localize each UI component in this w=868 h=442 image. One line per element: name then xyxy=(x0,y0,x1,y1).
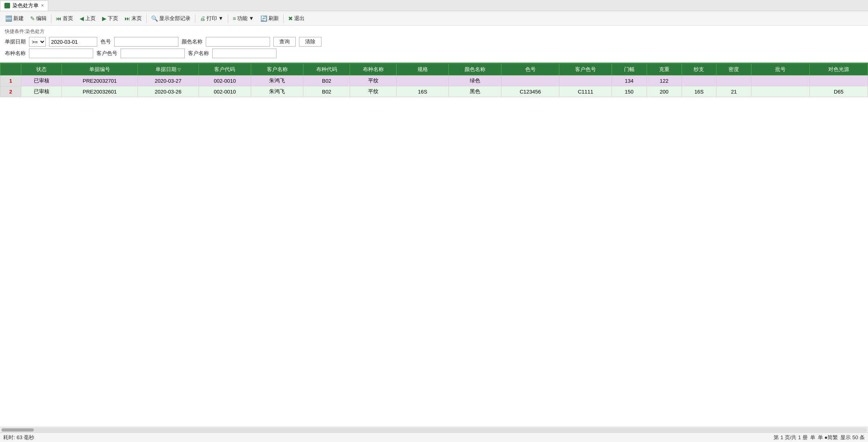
scrollbar-area[interactable] xyxy=(0,427,868,432)
cell-doorWidth: 150 xyxy=(612,86,647,97)
exit-label: 退出 xyxy=(294,15,305,22)
cell-weight: 200 xyxy=(647,86,682,97)
col-weight[interactable]: 克重 xyxy=(647,64,682,75)
cell-colorSource: D65 xyxy=(810,86,868,97)
col-fabric-name[interactable]: 布种名称 xyxy=(350,64,397,75)
customer-name-input[interactable] xyxy=(212,49,276,58)
cell-orderDate: 2020-03-26 xyxy=(137,86,199,97)
col-customer-name[interactable]: 客户名称 xyxy=(251,64,303,75)
cell-status: 已审核 xyxy=(21,86,62,97)
col-color-name[interactable]: 颜色名称 xyxy=(449,64,501,75)
refresh-button[interactable]: 🔄 刷新 xyxy=(258,14,282,23)
last-page-label: 末页 xyxy=(131,15,142,22)
cell-yarnCount xyxy=(682,75,717,86)
separator-3 xyxy=(195,14,195,23)
print-icon: 🖨 xyxy=(200,15,205,22)
cell-customerCode: 002-0010 xyxy=(199,75,251,86)
date-value-input[interactable] xyxy=(49,37,97,47)
show-all-button[interactable]: 🔍 显示全部记录 xyxy=(148,14,193,23)
cell-customerName: 朱鸿飞 xyxy=(251,75,303,86)
display-mode: 单 ●简繁 xyxy=(818,434,838,441)
col-status[interactable]: 状态 xyxy=(21,64,62,75)
col-spec[interactable]: 规格 xyxy=(397,64,449,75)
col-batch-no[interactable]: 批号 xyxy=(751,64,810,75)
cell-batchNo xyxy=(751,86,810,97)
title-tab[interactable]: 染色处方单 × xyxy=(0,0,48,11)
refresh-icon: 🔄 xyxy=(260,15,267,22)
table-row[interactable]: 1已审核PRE200327012020-03-27002-0010朱鸿飞B02平… xyxy=(0,75,868,86)
func-button[interactable]: ≡ 功能 ▼ xyxy=(230,14,257,23)
date-op-select[interactable]: >= <= = > < xyxy=(29,37,46,47)
func-dropdown-icon: ▼ xyxy=(249,15,254,21)
func-icon: ≡ xyxy=(233,15,236,22)
color-code-input[interactable] xyxy=(114,37,178,47)
cell-colorName: 黑色 xyxy=(449,86,501,97)
cell-customerName: 朱鸿飞 xyxy=(251,86,303,97)
exit-icon: ✖ xyxy=(288,15,293,22)
col-customer-color-code[interactable]: 客户色号 xyxy=(559,64,612,75)
cell-doorWidth: 134 xyxy=(612,75,647,86)
cell-customerCode: 002-0010 xyxy=(199,86,251,97)
status-time: 耗时: 63 毫秒 xyxy=(3,434,34,441)
next-page-button[interactable]: ▶ 下页 xyxy=(99,14,121,23)
cell-status: 已审核 xyxy=(21,75,62,86)
table-header-row: 状态 单据编号 单据日期 客户代码 客户名称 布种代码 布种名称 规格 颜色名称… xyxy=(0,64,868,75)
col-density[interactable]: 密度 xyxy=(717,64,751,75)
tab-icon xyxy=(4,3,10,8)
col-yarn-count[interactable]: 纱支 xyxy=(682,64,717,75)
new-button[interactable]: 🆕 新建 xyxy=(2,14,27,23)
cell-fabricName: 平纹 xyxy=(350,75,397,86)
first-page-label: 首页 xyxy=(63,15,73,22)
next-page-label: 下页 xyxy=(108,15,118,22)
col-color-source[interactable]: 对色光源 xyxy=(810,64,868,75)
query-button[interactable]: 查询 xyxy=(273,37,296,47)
new-icon: 🆕 xyxy=(5,15,12,22)
cell-batchNo xyxy=(751,75,810,86)
col-order-no[interactable]: 单据编号 xyxy=(62,64,137,75)
exit-button[interactable]: ✖ 退出 xyxy=(285,14,307,23)
customer-code-input[interactable] xyxy=(121,49,185,58)
print-button[interactable]: 🖨 打印 ▼ xyxy=(197,14,226,23)
cell-density: 21 xyxy=(717,86,751,97)
page-info: 第 1 页/共 1 册 xyxy=(774,434,808,441)
col-idx xyxy=(0,64,21,75)
col-fabric-code[interactable]: 布种代码 xyxy=(303,64,350,75)
tab-label: 染色处方单 xyxy=(12,2,39,9)
cell-idx: 1 xyxy=(0,75,21,86)
last-page-button[interactable]: ⏭ 末页 xyxy=(122,14,145,23)
fabric-name-input[interactable] xyxy=(29,49,93,58)
prev-page-icon: ◀ xyxy=(80,15,84,22)
cell-colorCode: C123456 xyxy=(501,86,559,97)
table-row[interactable]: 2已审核PRE200326012020-03-26002-0010朱鸿飞B02平… xyxy=(0,86,868,97)
toolbar: 🆕 新建 ✎ 编辑 ⏮ 首页 ◀ 上页 ▶ 下页 ⏭ 末页 🔍 显示全部记录 🖨… xyxy=(0,11,868,26)
cell-customerColorCode xyxy=(559,75,612,86)
col-customer-code[interactable]: 客户代码 xyxy=(199,64,251,75)
edit-button[interactable]: ✎ 编辑 xyxy=(27,14,49,23)
cell-colorName: 绿色 xyxy=(449,75,501,86)
title-bar: 染色处方单 × xyxy=(0,0,868,11)
quick-filter-panel: 快捷条件:染色处方 单据日期 >= <= = > < 色号 颜色名称 查询 清除… xyxy=(0,26,868,63)
record-count: 显示 50 条 xyxy=(840,434,865,441)
customer-code-label: 客户色号 xyxy=(96,50,117,57)
col-order-date[interactable]: 单据日期 xyxy=(137,64,199,75)
last-page-icon: ⏭ xyxy=(125,15,130,22)
cell-density xyxy=(717,75,751,86)
col-door-width[interactable]: 门幅 xyxy=(612,64,647,75)
prev-page-button[interactable]: ◀ 上页 xyxy=(77,14,98,23)
cell-idx: 2 xyxy=(0,86,21,97)
separator-4 xyxy=(228,14,228,23)
scrollbar-thumb[interactable] xyxy=(2,428,34,432)
table-body: 1已审核PRE200327012020-03-27002-0010朱鸿飞B02平… xyxy=(0,75,868,97)
status-right: 第 1 页/共 1 册 单 单 ●简繁 显示 50 条 xyxy=(774,434,865,441)
func-label: 功能 xyxy=(237,15,248,22)
tab-close-button[interactable]: × xyxy=(41,3,44,8)
clear-button[interactable]: 清除 xyxy=(299,37,321,47)
col-color-code[interactable]: 色号 xyxy=(501,64,559,75)
show-all-icon: 🔍 xyxy=(151,15,158,22)
separator-2 xyxy=(146,14,147,23)
cell-customerColorCode: C1111 xyxy=(559,86,612,97)
edit-label: 编辑 xyxy=(36,15,47,22)
first-page-button[interactable]: ⏮ 首页 xyxy=(53,14,76,23)
color-name-input[interactable] xyxy=(206,37,270,47)
horizontal-scrollbar[interactable] xyxy=(1,428,867,432)
